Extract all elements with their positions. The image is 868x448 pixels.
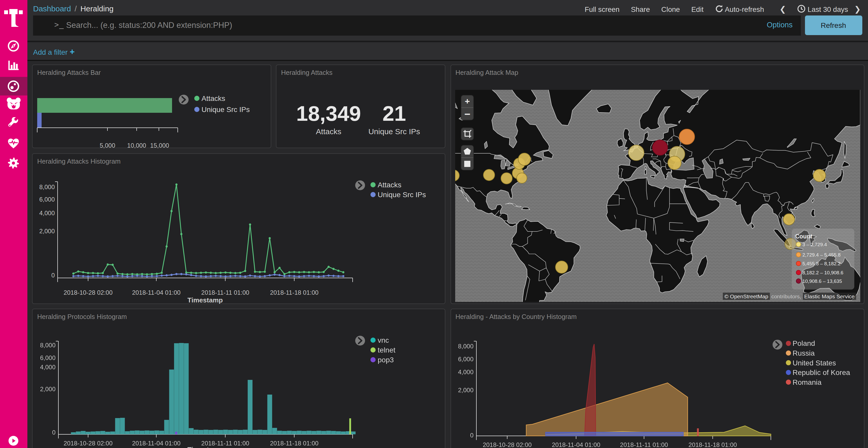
svg-text:Republic of Korea: Republic of Korea	[792, 369, 850, 377]
svg-text:2018-11-04 01:00: 2018-11-04 01:00	[552, 441, 600, 448]
svg-text:10,000: 10,000	[127, 142, 146, 148]
svg-text:8,000: 8,000	[458, 343, 473, 350]
svg-text:5,000: 5,000	[100, 142, 115, 148]
svg-text:8,000: 8,000	[40, 342, 56, 349]
svg-text:0: 0	[470, 432, 473, 439]
svg-text:2,000: 2,000	[458, 387, 473, 393]
svg-text:2018-11-11 01:00: 2018-11-11 01:00	[201, 289, 249, 296]
svg-text:United States: United States	[792, 359, 836, 367]
svg-text:2018-10-28 02:00: 2018-10-28 02:00	[483, 441, 531, 448]
svg-text:15,000: 15,000	[150, 142, 169, 148]
svg-text:6,000: 6,000	[39, 196, 55, 203]
svg-text:6,000: 6,000	[40, 354, 56, 361]
svg-text:pop3: pop3	[378, 356, 394, 364]
svg-text:Timestamp: Timestamp	[188, 296, 223, 304]
svg-text:2018-11-18 01:00: 2018-11-18 01:00	[270, 289, 318, 296]
svg-text:Poland: Poland	[792, 339, 815, 347]
svg-text:Count: Count	[795, 233, 812, 240]
svg-text:Russia: Russia	[792, 349, 814, 357]
svg-text:Attacks: Attacks	[202, 94, 225, 102]
svg-text:0: 0	[52, 272, 55, 278]
svg-text:2018-10-28 02:00: 2018-10-28 02:00	[64, 440, 113, 447]
svg-text:Attacks: Attacks	[378, 181, 401, 188]
svg-text:4,000: 4,000	[39, 209, 55, 216]
svg-text:3 – 2,729.4: 3 – 2,729.4	[802, 242, 827, 247]
svg-text:Unique Src IPs: Unique Src IPs	[378, 191, 426, 199]
svg-text:10,908.6 – 13,635: 10,908.6 – 13,635	[802, 278, 842, 284]
svg-text:4,000: 4,000	[458, 369, 473, 376]
svg-text:2018-11-18 01:00: 2018-11-18 01:00	[688, 441, 737, 448]
svg-text:2018-10-28 02:00: 2018-10-28 02:00	[64, 289, 113, 296]
svg-text:2,000: 2,000	[40, 385, 56, 392]
svg-text:Unique Src IPs: Unique Src IPs	[202, 105, 250, 113]
svg-text:Romania: Romania	[792, 378, 821, 386]
svg-text:4,000: 4,000	[40, 364, 56, 371]
svg-text:telnet: telnet	[378, 346, 396, 354]
svg-text:vnc: vnc	[378, 336, 389, 344]
svg-text:2018-11-18 01:00: 2018-11-18 01:00	[270, 440, 318, 447]
svg-text:8,000: 8,000	[39, 183, 55, 190]
svg-text:8,182.2 – 10,908.6: 8,182.2 – 10,908.6	[802, 270, 843, 275]
svg-text:5,455.8 – 8,182.2: 5,455.8 – 8,182.2	[802, 261, 841, 266]
svg-text:2,729.4 – 5,455.8: 2,729.4 – 5,455.8	[802, 252, 841, 257]
svg-text:2018-11-04 01:00: 2018-11-04 01:00	[132, 440, 181, 447]
svg-text:0: 0	[52, 429, 56, 436]
svg-text:6,000: 6,000	[458, 356, 473, 363]
svg-text:Timestamp: Timestamp	[188, 446, 223, 448]
svg-text:2018-11-04 01:00: 2018-11-04 01:00	[132, 289, 181, 296]
svg-text:2,000: 2,000	[39, 227, 55, 234]
